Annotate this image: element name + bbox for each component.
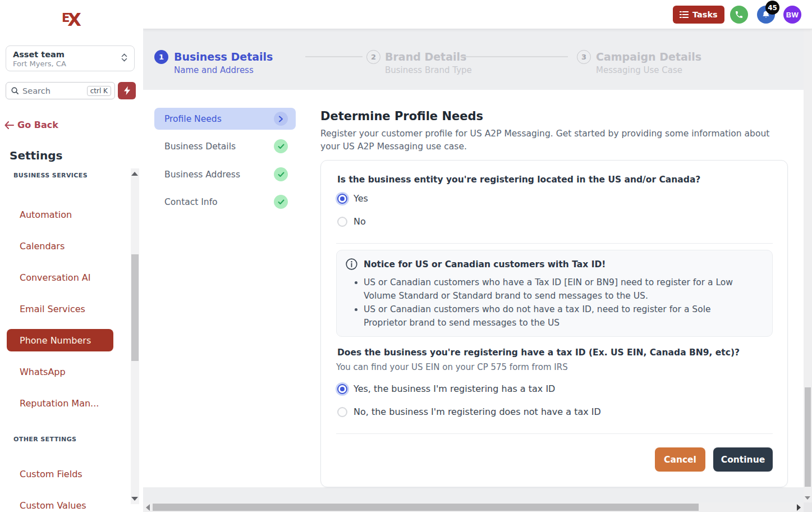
search-input[interactable] (22, 86, 87, 95)
horizontal-scrollbar[interactable] (143, 502, 804, 512)
sidebar-item-calendars[interactable]: Calendars (7, 235, 113, 257)
divider (336, 243, 773, 244)
chevron-right-icon (274, 112, 288, 126)
radio-label: Yes (354, 193, 368, 204)
notice-header: Notice for US or Canadian customers with… (346, 258, 605, 270)
sidebar-item-phone-numbers[interactable]: Phone Numbers (7, 329, 113, 351)
sidebar-item-custom-fields[interactable]: Custom Fields (7, 463, 113, 485)
scroll-up-arrow[interactable] (131, 172, 138, 176)
step-2-subtitle: Business Brand Type (385, 65, 472, 75)
section-label-other-settings: OTHER SETTINGS (13, 436, 131, 444)
sidebar-item-label: Reputation Man... (20, 398, 99, 409)
sidebar-scrollbar[interactable] (131, 168, 139, 504)
sidebar-item-label: Email Services (20, 304, 85, 314)
go-back-label: Go Back (17, 120, 58, 130)
notice-bullet: US or Canadian customers who do not have… (364, 303, 747, 330)
step-2-circle: 2 (366, 50, 380, 64)
step-3-subtitle: Messaging Use Case (596, 65, 682, 75)
notice-bullet-list: US or Canadian customers who have a Tax … (355, 276, 747, 330)
notification-count-badge: 45 (765, 1, 779, 15)
radio-selected-icon[interactable] (337, 384, 347, 394)
sidebar-item-conversation-ai[interactable]: Conversation AI (7, 266, 113, 289)
step-1-circle: 1 (154, 50, 168, 64)
radio-option-has-tax-id[interactable]: Yes, the business I'm registering has a … (337, 383, 555, 394)
cancel-button[interactable]: Cancel (655, 447, 705, 472)
page-title: Determine Profile Needs (320, 109, 483, 123)
sidebar-item-reputation-management[interactable]: Reputation Man... (7, 392, 113, 414)
step-connector (305, 56, 363, 57)
account-location: Fort Myers, CA (13, 60, 127, 68)
radio-option-no-tax-id[interactable]: No, the business I'm registering does no… (337, 406, 601, 417)
step-1-subtitle: Name and Address (174, 65, 254, 75)
sidebar-item-label: Automation (20, 209, 72, 220)
check-icon (274, 195, 288, 209)
radio-selected-icon[interactable] (337, 194, 347, 204)
quick-actions-button[interactable] (118, 82, 136, 99)
app-logo: EX (0, 9, 143, 30)
search-icon (11, 86, 19, 95)
continue-button[interactable]: Continue (713, 447, 773, 472)
sidebar-item-whatsapp[interactable]: WhatsApp (7, 360, 113, 383)
user-avatar[interactable]: BW (783, 6, 801, 24)
question-tax-id: Does the business you're registering hav… (337, 348, 740, 358)
bolt-icon (123, 86, 131, 95)
sidebar-item-label: Calendars (20, 241, 65, 252)
info-icon (346, 258, 357, 270)
scroll-left-arrow[interactable] (146, 504, 150, 511)
go-back-link[interactable]: Go Back (4, 120, 58, 130)
step-3-circle: 3 (577, 50, 591, 64)
page-description: Register your customer profile for US A2… (320, 127, 776, 153)
sidebar-item-label: Custom Values (20, 500, 86, 511)
check-icon (274, 139, 288, 153)
radio-option-yes[interactable]: Yes (337, 193, 368, 204)
question-tax-id-hint: You can find your US EIN on your CP 575 … (336, 362, 568, 372)
wizard-nav-business-details[interactable]: Business Details (154, 135, 296, 157)
notice-bullet: US or Canadian customers who have a Tax … (364, 276, 747, 303)
scrollbar-corner (804, 502, 812, 512)
radio-option-no[interactable]: No (337, 216, 366, 227)
notice-box: Notice for US or Canadian customers with… (336, 250, 773, 337)
wizard-nav-label: Contact Info (164, 197, 274, 207)
scroll-right-arrow[interactable] (797, 504, 801, 511)
logo-letter-e: E (62, 11, 69, 25)
chevron-updown-icon (121, 53, 127, 62)
sidebar: EX Asset team Fort Myers, CA ctrl K (0, 0, 143, 512)
vertical-scrollbar-thumb[interactable] (805, 387, 811, 487)
sidebar-item-email-services[interactable]: Email Services (7, 298, 113, 320)
account-switcher[interactable]: Asset team Fort Myers, CA (6, 45, 135, 71)
account-name: Asset team (13, 49, 127, 60)
back-arrow-icon (4, 121, 14, 129)
section-label-business-services: BUSINESS SERVICES (13, 172, 131, 180)
tasks-label: Tasks (692, 10, 718, 19)
search-box[interactable]: ctrl K (6, 82, 115, 99)
radio-label: No, the business I'm registering does no… (354, 406, 601, 417)
check-icon (274, 167, 288, 181)
notice-title: Notice for US or Canadian customers with… (364, 259, 605, 269)
wizard-nav-profile-needs[interactable]: Profile Needs (154, 108, 296, 130)
sidebar-item-label: Conversation AI (20, 272, 91, 283)
phone-icon (735, 10, 744, 19)
radio-unselected-icon[interactable] (337, 407, 347, 417)
wizard-nav-business-address[interactable]: Business Address (154, 163, 296, 185)
wizard-nav-contact-info[interactable]: Contact Info (154, 191, 296, 213)
logo-letter-x: X (67, 9, 81, 30)
radio-label: Yes, the business I'm registering has a … (354, 383, 555, 394)
wizard-nav-label: Profile Needs (164, 114, 274, 124)
horizontal-scrollbar-thumb[interactable] (153, 504, 699, 511)
step-3-title: Campaign Details (596, 51, 701, 63)
sidebar-item-custom-values[interactable]: Custom Values (7, 494, 113, 512)
settings-heading: Settings (10, 149, 62, 162)
scroll-down-arrow[interactable] (805, 496, 810, 500)
vertical-scrollbar[interactable] (804, 29, 812, 502)
settings-nav: BUSINESS SERVICES Automation Calendars C… (0, 168, 131, 512)
wizard-nav-label: Business Address (164, 170, 274, 180)
radio-unselected-icon[interactable] (337, 217, 347, 227)
phone-button[interactable] (730, 6, 748, 24)
sidebar-scrollbar-thumb[interactable] (131, 254, 139, 361)
tasks-button[interactable]: Tasks (673, 6, 724, 24)
sidebar-item-label: Phone Numbers (20, 335, 91, 346)
step-2-title: Brand Details (385, 51, 466, 63)
wizard-nav-label: Business Details (164, 141, 274, 152)
scroll-down-arrow[interactable] (131, 497, 138, 501)
sidebar-item-automation[interactable]: Automation (7, 203, 113, 226)
